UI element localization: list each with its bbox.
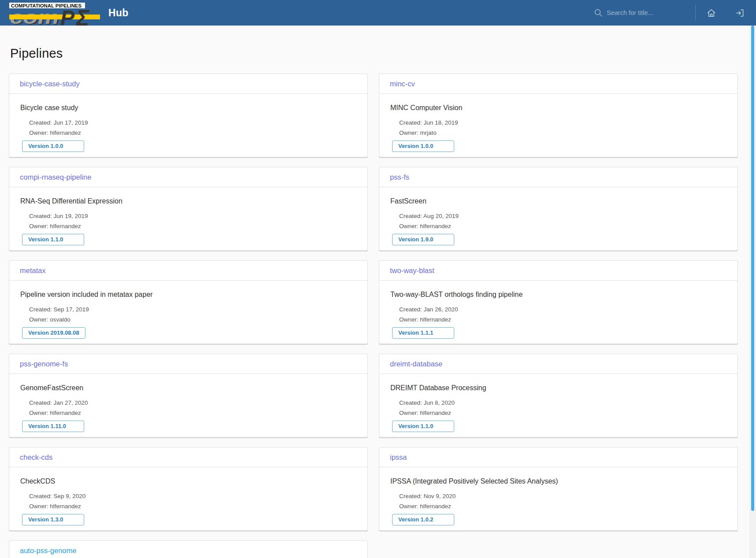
card-body: Pipeline version included in metatax pap… (9, 281, 367, 339)
owner-row: Owner: hlfernandez (399, 501, 727, 511)
owner-row: Owner: mrjato (399, 128, 727, 138)
version-badge[interactable]: Version 1.0.2 (392, 514, 454, 525)
home-icon (706, 8, 716, 18)
page-title: Pipelines (10, 46, 756, 61)
pipeline-link[interactable]: ipssa (390, 453, 407, 461)
search-input[interactable] (607, 9, 686, 16)
pipeline-link[interactable]: metatax (20, 266, 46, 274)
pipeline-description: MINC Computer Vision (390, 104, 727, 112)
card-header: dreimt-database (379, 354, 737, 374)
card-body: CheckCDS Created: Sep 9, 2020 Owner: hlf… (9, 467, 367, 525)
pipeline-meta: Created: Jun 18, 2019 Owner: mrjato (399, 118, 727, 138)
pipeline-meta: Created: Jun 17, 2019 Owner: hlfernandez (29, 118, 357, 138)
header-divider (695, 5, 696, 21)
version-badge[interactable]: Version 2019.08.08 (22, 327, 85, 339)
app-header: com com P Σ COMPUTATIONAL PIPELINES Hub (0, 0, 756, 26)
pipeline-card-grid: bicycle-case-study Bicycle case study Cr… (9, 74, 738, 558)
search-box[interactable] (594, 8, 690, 17)
card-header: ipssa (379, 447, 737, 467)
version-badge[interactable]: Version 1.1.1 (392, 327, 454, 339)
app-name: Hub (108, 7, 129, 19)
pipeline-description: RNA-Seq Differential Expression (20, 197, 357, 205)
owner-row: Owner: hlfernandez (29, 128, 357, 138)
pipeline-description: DREIMT Database Processing (390, 384, 727, 392)
pipeline-link[interactable]: minc-cv (390, 80, 415, 88)
pipeline-card-dreimt-database: dreimt-database DREIMT Database Processi… (379, 354, 738, 437)
pipeline-meta: Created: Sep 17, 2019 Owner: osvaldo (29, 304, 357, 325)
pipeline-card-pss-genome-fs: pss-genome-fs GenomeFastScreen Created: … (9, 354, 368, 437)
compi-logo-graphic: com com P Σ COMPUTATIONAL PIPELINES (9, 3, 106, 26)
pipeline-card-check-cds: check-cds CheckCDS Created: Sep 9, 2020 … (9, 447, 368, 531)
card-body: RNA-Seq Differential Expression Created:… (9, 187, 367, 245)
card-body: IPSSA (Integrated Positively Selected Si… (379, 467, 737, 525)
scrollbar-track[interactable] (749, 26, 756, 558)
version-badge[interactable]: Version 1.0.0 (22, 140, 84, 152)
pipeline-card-metatax: metatax Pipeline version included in met… (9, 260, 368, 344)
created-row: Created: Sep 17, 2019 (29, 304, 357, 314)
header-actions (594, 0, 756, 26)
card-header: bicycle-case-study (9, 74, 367, 94)
pipeline-card-bicycle-case-study: bicycle-case-study Bicycle case study Cr… (9, 74, 368, 157)
search-icon (594, 8, 603, 17)
owner-row: Owner: hlfernandez (399, 221, 727, 231)
created-row: Created: Jun 18, 2019 (399, 118, 727, 128)
pipeline-card-ipssa: ipssa IPSSA (Integrated Positively Selec… (379, 447, 738, 531)
pipeline-description: GenomeFastScreen (20, 384, 357, 392)
login-icon (735, 8, 745, 18)
version-badge[interactable]: Version 1.3.0 (22, 514, 84, 525)
pipeline-description: Bicycle case study (20, 104, 357, 112)
pipeline-meta: Created: Jan 27, 2020 Owner: hlfernandez (29, 398, 357, 418)
pipeline-description: Two-way-BLAST orthologs finding pipeline (390, 291, 727, 299)
owner-row: Owner: hlfernandez (399, 314, 727, 325)
owner-row: Owner: osvaldo (29, 314, 357, 325)
pipeline-link[interactable]: pss-fs (390, 173, 409, 181)
card-header: compi-rnaseq-pipeline (9, 167, 367, 187)
pipeline-card-compi-rnaseq-pipeline: compi-rnaseq-pipeline RNA-Seq Differenti… (9, 167, 368, 251)
card-header: pss-genome-fs (9, 354, 367, 374)
card-header: metatax (9, 261, 367, 281)
version-badge[interactable]: Version 1.9.0 (392, 234, 454, 245)
pipeline-description: Pipeline version included in metatax pap… (20, 291, 357, 299)
svg-text:P: P (60, 6, 75, 30)
created-row: Created: Sep 9, 2020 (29, 491, 357, 501)
pipeline-card-minc-cv: minc-cv MINC Computer Vision Created: Ju… (379, 74, 738, 157)
created-row: Created: Jun 19, 2019 (29, 211, 357, 221)
card-body: Two-way-BLAST orthologs finding pipeline… (379, 281, 737, 339)
pipeline-description: CheckCDS (20, 477, 357, 485)
scrollbar-thumb[interactable] (751, 26, 754, 511)
pipeline-link[interactable]: check-cds (20, 453, 52, 461)
owner-row: Owner: hlfernandez (399, 408, 727, 418)
home-button[interactable] (704, 6, 718, 20)
compi-logo[interactable]: com com P Σ COMPUTATIONAL PIPELINES (0, 0, 100, 26)
pipeline-meta: Created: Jan 26, 2020 Owner: hlfernandez (399, 304, 727, 325)
pipeline-link[interactable]: compi-rnaseq-pipeline (20, 173, 91, 181)
card-body: MINC Computer Vision Created: Jun 18, 20… (379, 94, 737, 152)
pipeline-meta: Created: Jun 19, 2019 Owner: hlfernandez (29, 211, 357, 231)
version-badge[interactable]: Version 1.0.0 (392, 140, 454, 152)
pipeline-link[interactable]: pss-genome-fs (20, 360, 68, 368)
version-badge[interactable]: Version 1.11.0 (22, 421, 84, 432)
card-body: Bicycle case study Created: Jun 17, 2019… (9, 94, 367, 152)
card-header: minc-cv (379, 74, 737, 94)
owner-row: Owner: hlfernandez (29, 501, 357, 511)
owner-row: Owner: hlfernandez (29, 221, 357, 231)
pipeline-link[interactable]: bicycle-case-study (20, 80, 80, 88)
pipeline-description: IPSSA (Integrated Positively Selected Si… (390, 477, 727, 485)
pipeline-meta: Created: Nov 9, 2020 Owner: hlfernandez (399, 491, 727, 511)
version-badge[interactable]: Version 1.1.0 (22, 234, 84, 245)
version-badge[interactable]: Version 1.1.0 (392, 421, 454, 432)
pipeline-link[interactable]: auto-pss-genome (20, 547, 76, 554)
pipeline-description: FastScreen (390, 197, 727, 205)
card-body: DREIMT Database Processing Created: Jun … (379, 374, 737, 432)
card-header: auto-pss-genome (9, 541, 367, 558)
login-button[interactable] (733, 6, 747, 20)
pipeline-link[interactable]: two-way-blast (390, 266, 434, 274)
pipeline-link[interactable]: dreimt-database (390, 360, 442, 368)
pipeline-card-two-way-blast: two-way-blast Two-way-BLAST orthologs fi… (379, 260, 738, 344)
pipeline-card-pss-fs: pss-fs FastScreen Created: Aug 20, 2019 … (379, 167, 738, 251)
created-row: Created: Jun 8, 2020 (399, 398, 727, 408)
created-row: Created: Jan 26, 2020 (399, 304, 727, 314)
card-body: FastScreen Created: Aug 20, 2019 Owner: … (379, 187, 737, 245)
pipeline-meta: Created: Jun 8, 2020 Owner: hlfernandez (399, 398, 727, 418)
card-header: check-cds (9, 447, 367, 467)
